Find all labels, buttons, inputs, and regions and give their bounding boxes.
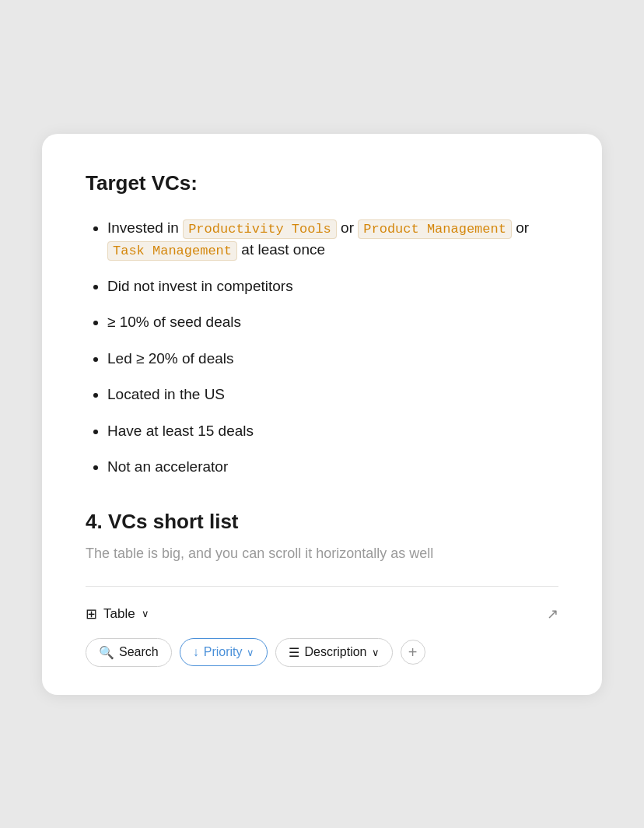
search-icon: 🔍 xyxy=(99,645,114,660)
bullet-text-suffix: at least once xyxy=(241,241,325,258)
vcs-short-list-title: 4. VCs short list xyxy=(86,510,558,534)
bullet-text: Did not invest in competitors xyxy=(107,278,293,294)
tag-productivity-tools: Productivity Tools xyxy=(183,219,337,239)
chevron-down-icon: ∨ xyxy=(247,647,254,658)
filter-row: 🔍 Search ↓ Priority ∨ ☰ Description ∨ + xyxy=(86,638,558,667)
bullet-text: ≥ 10% of seed deals xyxy=(107,314,241,330)
description-label: Description xyxy=(304,645,366,659)
bullet-text: Have at least 15 deals xyxy=(107,423,254,439)
list-item: Have at least 15 deals xyxy=(107,420,558,443)
target-vcs-list: Invested in Productivity Tools or Produc… xyxy=(86,217,558,479)
target-vcs-title: Target VCs: xyxy=(86,171,558,195)
bullet-text-or1: or xyxy=(341,219,358,236)
bullet-text-or2: or xyxy=(516,219,529,236)
section-divider xyxy=(86,586,558,587)
list-item: Led ≥ 20% of deals xyxy=(107,348,558,370)
description-filter-button[interactable]: ☰ Description ∨ xyxy=(275,638,392,667)
description-icon: ☰ xyxy=(289,645,299,660)
search-label: Search xyxy=(119,645,159,659)
bullet-text: Led ≥ 20% of deals xyxy=(107,350,234,367)
expand-icon[interactable]: ↗ xyxy=(547,605,558,623)
table-label-text: Table xyxy=(103,606,135,622)
toolbar-row: ⊞ Table ∨ ↗ xyxy=(86,605,558,623)
tag-task-management: Task Management xyxy=(107,241,237,261)
table-view-toggle[interactable]: ⊞ Table ∨ xyxy=(86,605,149,623)
chevron-down-icon: ∨ xyxy=(372,647,380,658)
priority-arrow-icon: ↓ xyxy=(193,645,199,659)
list-item: ≥ 10% of seed deals xyxy=(107,311,558,334)
list-item: Located in the US xyxy=(107,384,558,406)
add-filter-button[interactable]: + xyxy=(401,640,425,665)
list-item: Did not invest in competitors xyxy=(107,275,558,298)
main-card: Target VCs: Invested in Productivity Too… xyxy=(42,134,602,695)
bullet-text: Not an accelerator xyxy=(107,458,228,475)
plus-icon: + xyxy=(408,644,418,660)
table-icon: ⊞ xyxy=(86,605,97,623)
bullet-text: Located in the US xyxy=(107,386,225,402)
priority-label: Priority xyxy=(204,645,243,659)
list-item: Invested in Productivity Tools or Produc… xyxy=(107,217,558,261)
vcs-short-list-description: The table is big, and you can scroll it … xyxy=(86,543,558,564)
tag-product-management: Product Management xyxy=(358,219,512,239)
priority-filter-button[interactable]: ↓ Priority ∨ xyxy=(180,638,268,666)
bullet-text-prefix: Invested in xyxy=(107,219,183,236)
chevron-down-icon: ∨ xyxy=(142,608,149,619)
search-button[interactable]: 🔍 Search xyxy=(86,638,172,667)
list-item: Not an accelerator xyxy=(107,456,558,479)
